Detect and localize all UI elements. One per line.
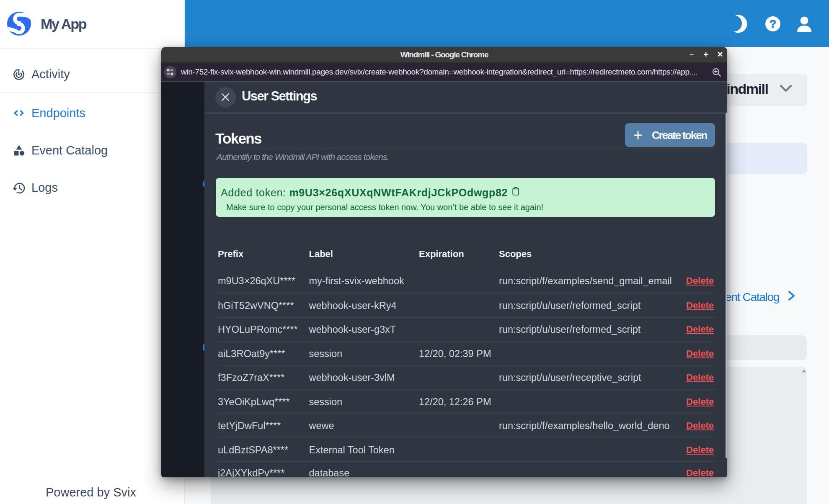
svg-text:?: ?	[770, 18, 776, 30]
